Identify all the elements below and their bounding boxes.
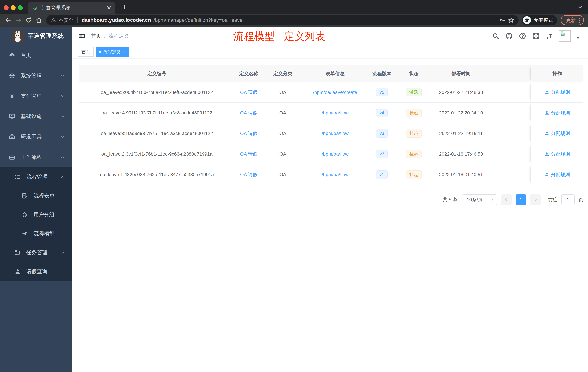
sidebar-item-user-group[interactable]: 用户分组 [0,205,72,224]
sidebar-item-process-model[interactable]: 流程模型 [0,224,72,243]
version-badge: v1 [376,170,388,179]
table-header-row: 定义编号 定义名称 定义分类 表单信息 流程版本 状态 部署时间 操作 [79,65,583,82]
definition-name-link[interactable]: OA 请假 [240,130,257,137]
assign-rule-button[interactable]: 分配规则 [545,130,570,137]
sidebar-item-process-management[interactable]: 流程管理 [0,167,72,186]
tag-home[interactable]: 首页 [78,47,94,57]
sidebar-item-leave-query[interactable]: 请假查询 [0,262,72,281]
sidebar-item-label: 工作流程 [21,153,42,161]
page-size-select[interactable]: 10条/页 [462,194,497,205]
next-page-button[interactable] [530,194,541,205]
breadcrumb-home[interactable]: 首页 [91,33,101,40]
tab-search-chevron-icon[interactable] [578,4,583,10]
sidebar-item-payment[interactable]: ¥ 支付管理 [0,86,72,106]
browser-menu-icon[interactable] [579,18,580,23]
definition-name-link[interactable]: OA 请假 [240,89,257,96]
tag-process-definition[interactable]: 流程定义 × [96,47,129,57]
form-info-link[interactable]: /bpm/oa/leave/create [313,89,357,95]
user-icon [15,268,21,275]
column-header: 部署时间 [430,65,492,82]
reload-button[interactable] [24,16,33,24]
app-logo[interactable]: 芋道管理系统 [0,27,72,45]
definition-id: oa_leave:5:004b710b-7b8a-11ec-8ef0-acde4… [79,82,235,102]
definition-id: oa_leave:4:991f2193-7b7f-11ec-a3c8-acde4… [79,103,235,123]
sidebar-item-workflow[interactable]: 工作流程 [0,147,72,167]
gear-icon [9,72,15,79]
github-icon[interactable] [505,32,513,40]
sidebar-toggle-icon[interactable] [78,33,86,40]
assign-rule-button[interactable]: 分配规则 [545,89,570,96]
avatar[interactable] [559,30,571,42]
search-icon[interactable] [492,32,500,40]
definition-name-link[interactable]: OA 请假 [240,110,257,116]
page-annotation: 流程模型 - 定义列表 [233,30,326,44]
user-icon [545,172,549,177]
security-label[interactable]: 不安全 [59,17,73,23]
column-header: 定义分类 [262,65,303,82]
back-button[interactable] [4,16,12,24]
sidebar-item-task-management[interactable]: 任务管理 [0,243,72,262]
column-header: 定义编号 [79,65,235,82]
tag-label: 流程定义 [103,49,121,55]
form-icon [21,193,28,199]
sidebar-item-label: 基础设施 [21,113,42,120]
new-tab-button[interactable] [121,4,128,10]
sidebar-item-label: 首页 [21,52,31,59]
form-info-link[interactable]: /bpm/oa/flow [322,131,348,136]
dashboard-icon [9,52,15,59]
tab-title: 芋道管理系统 [41,5,104,11]
favicon-plant-icon [32,5,38,11]
robot-face-icon [21,212,28,218]
goto-unit-label: 页 [578,197,583,203]
column-header: 状态 [397,65,430,82]
address-bar[interactable]: 不安全 dashboard.yudao.iocoder.cn/bpm/manag… [46,15,519,25]
definition-name-link[interactable]: OA 请假 [240,171,257,178]
table-row: oa_leave:5:004b710b-7b8a-11ec-8ef0-acde4… [79,82,583,103]
sidebar-item-dev-tools[interactable]: 研发工具 [0,127,72,147]
sidebar-item-infrastructure[interactable]: 基础设施 [0,106,72,127]
sidebar-item-system[interactable]: 系统管理 [0,66,72,86]
fullscreen-icon[interactable] [532,32,540,40]
sidebar-item-label: 支付管理 [21,92,42,100]
window-close-button[interactable] [4,5,9,10]
assign-rule-button[interactable]: 分配规则 [545,110,570,116]
chevron-down-icon [60,114,65,119]
deploy-time: 2022-01-16 17:46:53 [430,144,492,164]
page-size-value: 10条/页 [467,197,483,203]
chevron-down-icon [60,73,65,78]
font-size-icon[interactable]: TT [546,32,554,40]
goto-page-input[interactable] [561,194,575,205]
app-title: 芋道管理系统 [28,32,64,40]
definition-name-link[interactable]: OA 请假 [240,151,257,157]
briefcase-icon [9,154,15,161]
form-info-link[interactable]: /bpm/oa/flow [322,110,348,116]
window-zoom-button[interactable] [18,5,23,10]
tag-close-icon[interactable]: × [123,50,126,54]
sidebar-item-home[interactable]: 首页 [0,45,72,66]
definition-category: OA [262,144,303,164]
sidebar-item-process-form[interactable]: 流程表单 [0,186,72,205]
sidebar-item-label: 流程管理 [27,173,48,181]
password-key-icon[interactable] [499,17,505,23]
forward-button[interactable] [14,16,22,24]
incognito-label: 无痕模式 [534,17,553,23]
help-icon[interactable] [519,32,526,40]
definition-id: oa_leave:1:482ec033-762a-11ec-8477-a2380… [79,164,235,185]
page-number-button[interactable]: 1 [516,194,526,205]
bookmark-star-icon[interactable] [508,17,514,23]
prev-page-button[interactable] [501,194,512,205]
chevron-down-icon [489,197,494,202]
browser-update-button[interactable]: 更新 [561,15,584,25]
version-badge: v2 [376,150,388,158]
sidebar-item-label: 用户分组 [33,211,54,219]
tab-close-icon[interactable] [106,5,111,10]
form-info-link[interactable]: /bpm/oa/flow [322,172,348,177]
form-info-link[interactable]: /bpm/oa/flow [322,151,348,157]
assign-rule-button[interactable]: 分配规则 [545,151,570,157]
window-minimize-button[interactable] [11,5,16,10]
window-controls [4,5,23,10]
home-button[interactable] [34,16,43,24]
browser-tab[interactable]: 芋道管理系统 [28,2,115,14]
assign-rule-button[interactable]: 分配规则 [545,171,570,178]
avatar-caret-icon[interactable] [576,37,580,39]
